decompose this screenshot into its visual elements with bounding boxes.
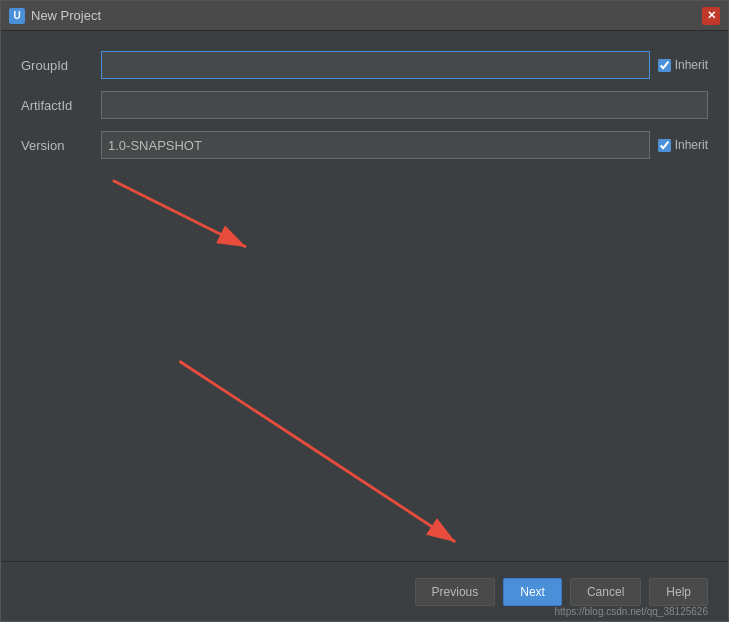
help-button[interactable]: Help [649, 578, 708, 606]
svg-line-2 [179, 361, 455, 542]
artifact-id-row: ArtifactId [21, 91, 708, 119]
version-input[interactable] [101, 131, 650, 159]
svg-line-1 [113, 181, 246, 248]
artifact-id-input[interactable] [101, 91, 708, 119]
title-bar-left: U New Project [9, 8, 101, 24]
group-id-inherit-label: Inherit [675, 58, 708, 72]
previous-button[interactable]: Previous [415, 578, 496, 606]
version-inherit-label: Inherit [675, 138, 708, 152]
cancel-button[interactable]: Cancel [570, 578, 641, 606]
footer-url: https://blog.csdn.net/qq_38125626 [555, 606, 708, 617]
group-id-inherit-checkbox[interactable] [658, 59, 671, 72]
group-id-input[interactable] [101, 51, 650, 79]
version-inherit-checkbox[interactable] [658, 139, 671, 152]
main-body [21, 171, 708, 561]
group-id-row: GroupId Inherit [21, 51, 708, 79]
group-id-label: GroupId [21, 58, 101, 73]
close-button[interactable]: ✕ [702, 7, 720, 25]
new-project-window: U New Project ✕ GroupId Inherit Artifact… [0, 0, 729, 622]
version-label: Version [21, 138, 101, 153]
annotation-arrow [21, 171, 708, 561]
form-content: GroupId Inherit ArtifactId Version Inher… [1, 31, 728, 561]
title-bar: U New Project ✕ [1, 1, 728, 31]
version-row: Version Inherit [21, 131, 708, 159]
group-id-inherit: Inherit [658, 58, 708, 72]
next-button[interactable]: Next [503, 578, 562, 606]
app-icon: U [9, 8, 25, 24]
footer: Previous Next Cancel Help https://blog.c… [1, 561, 728, 621]
version-inherit: Inherit [658, 138, 708, 152]
artifact-id-label: ArtifactId [21, 98, 101, 113]
window-title: New Project [31, 8, 101, 23]
